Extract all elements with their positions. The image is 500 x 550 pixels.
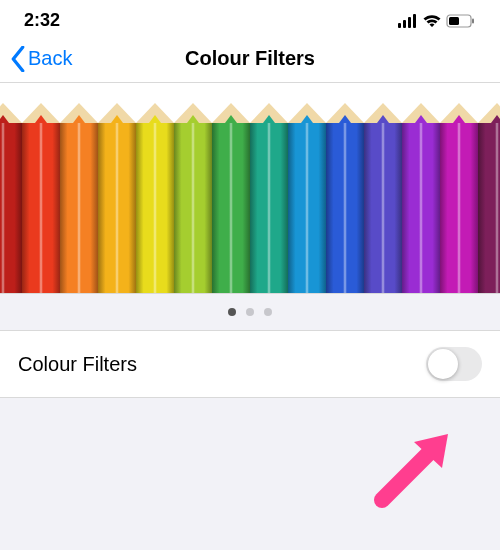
page-title: Colour Filters — [0, 47, 500, 70]
pencil — [402, 103, 440, 293]
pencil — [212, 103, 250, 293]
svg-rect-1 — [403, 20, 406, 28]
pencil — [22, 103, 60, 293]
svg-rect-6 — [472, 18, 474, 23]
colour-filters-toggle[interactable] — [426, 347, 482, 381]
wifi-icon — [422, 14, 442, 28]
footer-area — [0, 398, 500, 550]
nav-bar: Back Colour Filters — [0, 35, 500, 83]
svg-rect-2 — [408, 17, 411, 28]
pencil — [478, 103, 500, 293]
svg-rect-0 — [398, 23, 401, 28]
row-label: Colour Filters — [18, 353, 137, 376]
pencil — [98, 103, 136, 293]
pencil — [174, 103, 212, 293]
pencil — [288, 103, 326, 293]
pencils-preview[interactable] — [0, 83, 500, 293]
page-dot[interactable] — [246, 308, 254, 316]
pencil — [136, 103, 174, 293]
battery-icon — [446, 14, 476, 28]
chevron-left-icon — [10, 46, 26, 72]
pencil — [440, 103, 478, 293]
annotation-arrow-icon — [370, 428, 460, 508]
pencil — [250, 103, 288, 293]
page-indicator[interactable] — [0, 293, 500, 331]
signal-icon — [398, 14, 418, 28]
toggle-knob — [428, 349, 458, 379]
colour-filters-row: Colour Filters — [0, 331, 500, 398]
page-dot[interactable] — [264, 308, 272, 316]
back-label: Back — [28, 47, 72, 70]
back-button[interactable]: Back — [0, 46, 72, 72]
status-bar: 2:32 — [0, 0, 500, 35]
status-icons — [398, 14, 476, 28]
svg-rect-3 — [413, 14, 416, 28]
pencil — [0, 103, 22, 293]
pencil — [364, 103, 402, 293]
svg-rect-5 — [449, 17, 459, 25]
pencil — [60, 103, 98, 293]
pencil — [326, 103, 364, 293]
clock: 2:32 — [24, 10, 60, 31]
page-dot[interactable] — [228, 308, 236, 316]
